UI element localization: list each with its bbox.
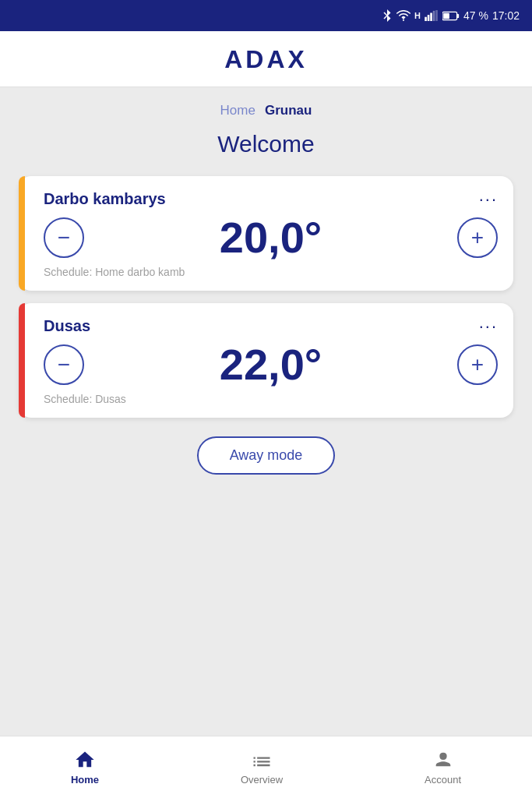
breadcrumb-current: Grunau	[265, 103, 312, 118]
nav-label-account: Account	[425, 774, 461, 786]
device-name-darbo: Darbo kambarys	[44, 190, 166, 208]
device-name-dusas: Dusas	[44, 317, 90, 335]
card-controls-darbo: − 20,0° +	[34, 216, 498, 260]
signal-h-icon: H	[414, 11, 421, 20]
svg-rect-4	[435, 10, 438, 21]
svg-rect-3	[433, 11, 435, 21]
temp-display-dusas: 22,0°	[220, 343, 322, 387]
decrease-temp-darbo[interactable]: −	[44, 217, 84, 258]
svg-rect-2	[430, 13, 432, 22]
device-card-dusas: Dusas ··· − 22,0° + Schedule: Dusas	[19, 303, 513, 418]
nav-item-account[interactable]: Account	[409, 744, 477, 790]
app-logo: ADAX	[224, 45, 308, 74]
increase-temp-dusas[interactable]: +	[457, 344, 498, 385]
card-accent-darbo	[19, 176, 25, 291]
home-icon	[74, 749, 96, 771]
breadcrumb: Home Grunau	[220, 103, 312, 118]
svg-rect-6	[457, 13, 460, 17]
battery-icon	[442, 11, 460, 21]
nav-label-home: Home	[71, 774, 99, 786]
svg-rect-7	[443, 12, 449, 19]
card-header-darbo: Darbo kambarys ···	[34, 190, 498, 208]
welcome-heading: Welcome	[217, 131, 314, 157]
overview-icon	[251, 749, 273, 771]
breadcrumb-home[interactable]: Home	[220, 103, 255, 118]
decrease-temp-dusas[interactable]: −	[44, 344, 84, 385]
away-mode-button[interactable]: Away mode	[197, 436, 336, 475]
card-menu-darbo[interactable]: ···	[479, 191, 498, 208]
bottom-nav: Home Overview Account	[0, 736, 532, 798]
bluetooth-icon	[382, 9, 393, 23]
battery-percentage: 47 %	[463, 9, 488, 22]
main-content: Home Grunau Welcome Darbo kambarys ··· −…	[0, 87, 532, 736]
account-icon	[432, 749, 454, 771]
nav-label-overview: Overview	[241, 774, 283, 786]
card-menu-dusas[interactable]: ···	[479, 318, 498, 335]
signal-bars-icon	[425, 10, 439, 21]
device-card-darbo: Darbo kambarys ··· − 20,0° + Schedule: H…	[19, 176, 513, 291]
clock: 17:02	[492, 9, 520, 22]
schedule-dusas: Schedule: Dusas	[34, 393, 498, 405]
status-icons: H 47 % 17:02	[382, 9, 520, 23]
status-bar: H 47 % 17:02	[0, 0, 532, 31]
svg-rect-0	[425, 17, 427, 21]
card-accent-dusas	[19, 303, 25, 418]
card-header-dusas: Dusas ···	[34, 317, 498, 335]
nav-item-home[interactable]: Home	[55, 744, 115, 790]
card-controls-dusas: − 22,0° +	[34, 343, 498, 387]
temp-display-darbo: 20,0°	[220, 216, 322, 260]
nav-item-overview[interactable]: Overview	[225, 744, 298, 790]
app-header: ADAX	[0, 31, 532, 87]
schedule-darbo: Schedule: Home darbo kamb	[34, 266, 498, 278]
wifi-icon	[396, 10, 410, 21]
svg-rect-1	[428, 15, 430, 21]
increase-temp-darbo[interactable]: +	[457, 217, 498, 258]
